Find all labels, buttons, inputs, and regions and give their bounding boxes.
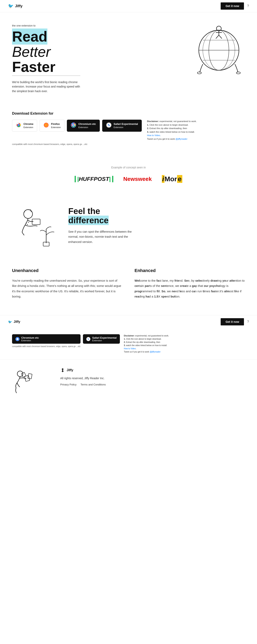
hero-illustration [193,24,245,76]
strip-how-to-video-link[interactable]: How to Video [124,348,136,350]
svg-point-21 [73,124,74,126]
svg-line-10 [219,35,222,38]
strip-cards: Chromium etcExtension compatible with mo… [12,334,245,354]
unenhanced-text: You're currently reading the unenhanced … [12,278,122,299]
firefox-icon [43,122,49,129]
hero-left: the one extension to Read Better Faster … [12,24,80,99]
svg-point-11 [197,72,202,74]
hero-title: Read Better Faster [12,29,80,76]
hero-description: We're building the world's first bionic … [12,80,80,93]
feel-section: Feel the difference See if you can spot … [0,191,257,260]
footer-help-icon[interactable]: ? [247,320,249,324]
reading-person-illustration [12,203,56,247]
strip-disclaimer-text: Disclaimer: experimental, not guaranteed… [124,334,169,354]
huffpost-brand: |HUFFPOST| [75,176,114,182]
download-section: Download Extension for ChromeExtension [0,112,257,154]
how-to-video-link[interactable]: How to Video [147,134,160,136]
svg-point-12 [236,72,240,74]
feel-illustration-container [12,203,56,248]
footer-right: Jiffy All rights reserved, Jiffy Reader … [60,368,245,386]
unenhanced-column: Unenhanced You're currently reading the … [12,268,122,299]
imore-brand: iMore [162,175,182,183]
firefox-extension-card[interactable]: FirefoxExtension [40,120,64,132]
strip-chromium-card: Chromium etcExtension compatible with mo… [12,334,80,348]
svg-point-15 [18,124,20,126]
hero-tagline: the one extension to [12,24,80,27]
terms-conditions-link[interactable]: Terms and Conditions [80,383,106,386]
unenhanced-title: Unenhanced [12,268,122,273]
svg-point-33 [27,224,28,225]
svg-rect-42 [28,374,32,379]
footer: Jiffy All rights reserved, Jiffy Reader … [0,360,257,409]
chrome-icon [16,122,22,129]
brands-container: |HUFFPOST| Newsweek iMore [12,175,245,183]
svg-line-9 [216,35,219,38]
navbar-logo: 🐦 Jiffy [8,4,22,9]
svg-point-34 [28,222,29,223]
footer-logo-area: Jiffy [60,368,245,372]
chromium-label: Chromium etcExtension [78,122,96,129]
footer-get-now-button[interactable]: Get it now [221,318,244,326]
footer-logo-text: Jiffy [14,320,20,324]
chromium-note: compatible with most chromium based brow… [12,142,245,146]
footer-navbar: 🐦 Jiffy Get it now ? [0,315,257,328]
safari-disclaimer-text: Disclaimer: experimental, not guaranteed… [147,120,196,141]
logo-text: Jiffy [15,4,22,8]
logo-icon: 🐦 [8,4,14,9]
svg-point-40 [17,371,23,376]
svg-rect-29 [32,219,40,225]
enhanced-title: Enhanced [134,268,245,273]
help-icon[interactable]: ? [247,4,249,8]
hero-section: the one extension to Read Better Faster … [0,0,257,112]
newsweek-brand: Newsweek [123,176,152,182]
svg-point-32 [26,223,26,224]
seen-in-label: Example of concept seen in [12,166,245,169]
footer-logo-icon [60,368,65,372]
seen-in-section: Example of concept seen in |HUFFPOST| Ne… [0,154,257,191]
strip-safari-button[interactable]: Safari ExperimentalExtension [83,334,120,344]
footer-logo-icon: 🐦 [8,320,12,324]
footer-copyright: All rights reserved, Jiffy Reader Inc. [60,376,245,380]
footer-left [12,368,44,401]
footer-links: Privacy Policy Terms and Conditions [60,383,245,386]
strip-twitter-link[interactable]: @jiffyreader [150,351,160,353]
twitter-handle-link[interactable]: @jiffyreader [176,138,187,140]
imore-i: i [162,175,164,183]
hero-title-better: Better [12,44,80,60]
privacy-policy-link[interactable]: Privacy Policy [60,383,76,386]
footer-illustration [12,368,44,400]
hero-illustration-container [193,24,245,76]
get-now-button[interactable]: Get it now [221,2,244,10]
footer-navbar-actions: Get it now ? [221,318,249,326]
safari-icon [106,122,112,129]
hero-title-faster: Faster [12,60,80,76]
safari-disclaimer: Disclaimer: experimental, not guaranteed… [147,120,196,141]
firefox-label: FirefoxExtension [51,122,61,129]
second-download-strip: Chromium etcExtension compatible with mo… [0,328,257,360]
feel-title: Feel the difference [68,206,136,225]
chromium-icon [71,122,76,129]
svg-rect-43 [22,372,26,378]
chrome-label: ChromeExtension [24,122,33,129]
chromium-extension-card[interactable]: Chromium etcExtension [67,120,100,132]
safari-label: Safari ExperimentalExtension [114,122,138,129]
chrome-extension-card[interactable]: ChromeExtension [12,120,37,132]
navbar: 🐦 Jiffy Get it now ? [0,0,257,12]
strip-chromium-note: compatible with most chromium based brow… [12,345,80,348]
download-title: Download Extension for [12,112,245,116]
enhanced-column: Enhanced Welcome to the fast lane, my fr… [134,268,245,299]
feel-text: Feel the difference See if you can spot … [68,206,136,244]
download-cards-container: ChromeExtension FirefoxExtension [12,120,245,141]
comparison-section: Unenhanced You're currently reading the … [0,260,257,315]
strip-safari-disclaimer: Disclaimer: experimental, not guaranteed… [124,334,169,354]
hero-title-read: Read [12,28,48,44]
safari-extension-card[interactable]: Safari ExperimentalExtension [102,120,142,132]
enhanced-text: Welcome to the fast lane, my friend. See… [134,278,245,299]
svg-point-36 [16,338,18,340]
feel-description: See if you can spot the differences betw… [68,229,136,244]
navbar-actions: Get it now ? [221,2,249,10]
strip-chromium-button[interactable]: Chromium etcExtension [12,334,80,344]
svg-point-18 [46,124,47,126]
footer-logo-label: Jiffy [67,368,73,372]
footer-navbar-logo: 🐦 Jiffy [8,320,20,324]
